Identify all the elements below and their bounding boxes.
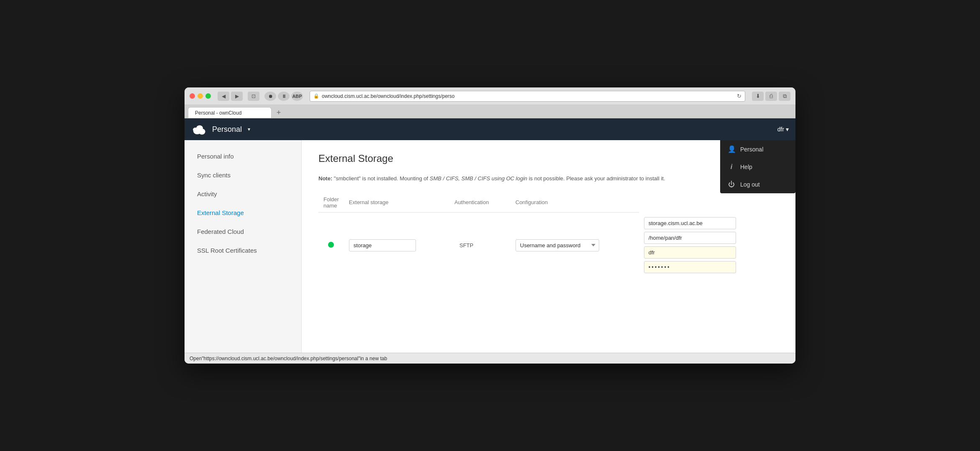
close-button[interactable]	[190, 93, 195, 99]
sidebar-external-storage-label: External Storage	[197, 209, 244, 216]
power-icon: ⏻	[728, 181, 735, 188]
dropdown-help-label: Help	[740, 164, 752, 170]
ext-pause-icon[interactable]: ⏸	[278, 92, 290, 101]
row-folder-cell	[344, 212, 449, 278]
sidebar-sync-clients-label: Sync clients	[197, 172, 231, 179]
config-host-input[interactable]	[644, 217, 736, 229]
storage-table: Folder name External storage Authenticat…	[318, 193, 779, 279]
status-bar: Open "https://owncloud.cism.ucl.ac.be/ow…	[185, 353, 795, 364]
user-name: dfr	[777, 126, 784, 133]
title-bar: ◀ ▶ ⊡ ⏺ ⏸ ABP 🔒 owncloud.cism.ucl.ac.be/…	[185, 87, 795, 105]
extension-icons: ⏺ ⏸ ABP	[264, 92, 303, 101]
storage-type-label: SFTP	[454, 242, 478, 249]
authentication-select[interactable]: Username and password	[516, 239, 599, 251]
refresh-button[interactable]: ↻	[737, 93, 741, 99]
right-icons: ⬇ ⎙ ⧉	[752, 92, 790, 101]
config-fields	[644, 217, 774, 273]
status-link[interactable]: "https://owncloud.cism.ucl.ac.be/ownclou…	[202, 356, 360, 361]
sidebar-item-personal-info[interactable]: Personal info	[185, 147, 301, 166]
info-icon: i	[728, 163, 735, 171]
new-tab-button[interactable]: +	[273, 107, 284, 118]
tab-overview-icon[interactable]: ⧉	[779, 92, 790, 101]
col-authentication: Authentication	[449, 193, 511, 213]
fullscreen-button[interactable]	[205, 93, 211, 99]
nav-chevron: ▾	[248, 126, 250, 132]
browser-window: ◀ ▶ ⊡ ⏺ ⏸ ABP 🔒 owncloud.cism.ucl.ac.be/…	[185, 87, 795, 364]
table-header: Folder name External storage Authenticat…	[318, 193, 779, 213]
sidebar: Personal info Sync clients Activity Exte…	[185, 140, 302, 353]
sidebar-item-activity[interactable]: Activity	[185, 184, 301, 203]
col-folder-name: Folder name	[318, 193, 344, 213]
status-dot-green	[328, 242, 334, 248]
address-bar[interactable]: 🔒 owncloud.cism.ucl.ac.be/owncloud/index…	[310, 91, 745, 102]
note-text: "smbclient" is not installed. Mounting o…	[332, 175, 430, 182]
folder-name-input[interactable]	[349, 239, 416, 251]
app-content: Personal ▾ dfr ▾ 👤 Personal i Help ⏻	[185, 118, 795, 364]
lock-icon: 🔒	[313, 93, 319, 99]
note-text2: is not possible. Please ask your adminis…	[527, 175, 665, 182]
logo-icon	[191, 121, 208, 138]
sidebar-item-sync-clients[interactable]: Sync clients	[185, 166, 301, 184]
dropdown-logout-label: Log out	[740, 181, 760, 188]
reader-mode-button[interactable]: ⊡	[248, 92, 259, 101]
sidebar-personal-info-label: Personal info	[197, 153, 234, 160]
nav-title: Personal	[212, 125, 242, 134]
sidebar-federated-cloud-label: Federated Cloud	[197, 228, 244, 235]
sidebar-item-external-storage[interactable]: External Storage	[185, 203, 301, 222]
download-icon[interactable]: ⬇	[752, 92, 764, 101]
table-row: SFTP Username and password	[318, 212, 779, 278]
owncloud-logo: Personal ▾	[191, 121, 250, 138]
body-container: Personal info Sync clients Activity Exte…	[185, 140, 795, 353]
minimize-button[interactable]	[198, 93, 203, 99]
note-italic: SMB / CIFS, SMB / CIFS using OC login	[430, 175, 527, 182]
dropdown-item-logout[interactable]: ⏻ Log out	[720, 176, 795, 193]
tab-bar: Personal - ownCloud +	[185, 105, 795, 118]
user-menu-button[interactable]: dfr ▾	[777, 126, 789, 133]
share-icon[interactable]: ⎙	[765, 92, 777, 101]
sidebar-item-federated-cloud[interactable]: Federated Cloud	[185, 222, 301, 241]
status-text2: in a new tab	[360, 356, 387, 361]
person-icon: 👤	[728, 145, 735, 153]
col-external-storage: External storage	[344, 193, 449, 213]
dropdown-item-personal[interactable]: 👤 Personal	[720, 140, 795, 158]
ext-abp-icon[interactable]: ABP	[291, 92, 303, 101]
sidebar-ssl-certs-label: SSL Root Certificates	[197, 247, 257, 254]
row-auth-cell: Username and password	[511, 212, 639, 278]
row-storage-type-cell: SFTP	[449, 212, 511, 278]
user-dropdown-menu: 👤 Personal i Help ⏻ Log out	[720, 140, 795, 193]
traffic-lights	[190, 93, 211, 99]
nav-buttons: ◀ ▶	[218, 92, 243, 101]
config-password-input[interactable]	[644, 261, 736, 273]
sidebar-item-ssl-root-certs[interactable]: SSL Root Certificates	[185, 241, 301, 260]
svg-point-3	[193, 128, 198, 132]
note-bold: Note:	[318, 175, 332, 182]
config-path-input[interactable]	[644, 232, 736, 244]
col-configuration: Configuration	[511, 193, 639, 213]
note-box: Note: "smbclient" is not installed. Moun…	[318, 174, 779, 183]
forward-button[interactable]: ▶	[231, 92, 243, 101]
config-user-input[interactable]	[644, 246, 736, 259]
back-button[interactable]: ◀	[218, 92, 229, 101]
active-tab[interactable]: Personal - ownCloud	[188, 107, 272, 118]
tab-title: Personal - ownCloud	[195, 110, 241, 116]
dropdown-item-help[interactable]: i Help	[720, 158, 795, 176]
dropdown-personal-label: Personal	[740, 146, 763, 153]
page-title: External Storage	[318, 153, 779, 164]
user-chevron: ▾	[786, 126, 789, 133]
sidebar-activity-label: Activity	[197, 190, 217, 197]
ext-record-icon[interactable]: ⏺	[264, 92, 276, 101]
row-config-cell	[639, 212, 779, 278]
url-text: owncloud.cism.ucl.ac.be/owncloud/index.p…	[322, 93, 455, 99]
row-status-cell	[318, 212, 344, 278]
top-nav: Personal ▾ dfr ▾ 👤 Personal i Help ⏻	[185, 118, 795, 140]
status-text: Open	[190, 356, 202, 361]
